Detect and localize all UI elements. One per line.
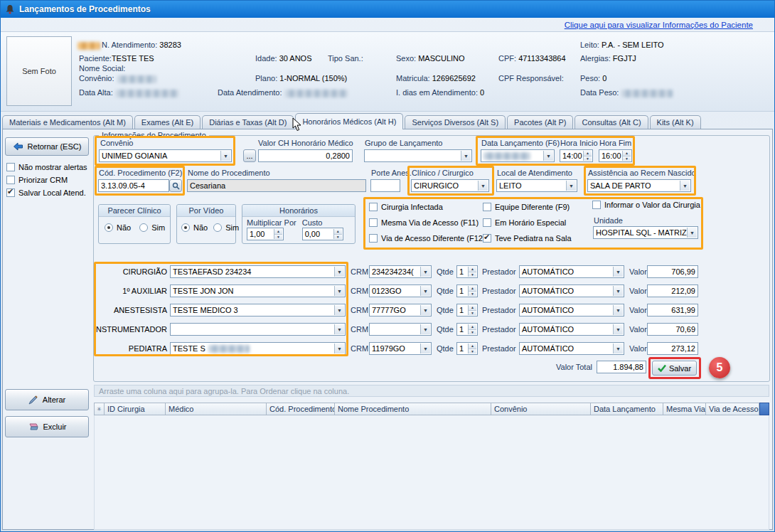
chevron-down-icon[interactable]: ▼: [420, 305, 430, 315]
qtde-spinner[interactable]: 1▲▼: [456, 284, 478, 297]
prestador-combo[interactable]: AUTOMÁTICO▼: [519, 284, 624, 297]
qtde-spinner[interactable]: 1▲▼: [456, 304, 478, 316]
checkbox-priorizar-crm[interactable]: Priorizar CRM: [6, 176, 68, 184]
chevron-down-icon[interactable]: ▼: [420, 324, 430, 334]
chevron-down-icon[interactable]: ▼: [420, 267, 430, 277]
tab-exames[interactable]: Exames (Alt E): [134, 115, 201, 129]
checkbox-horario-especial[interactable]: Em Horário Especial: [483, 218, 566, 227]
qtde-spinner[interactable]: 1▲▼: [456, 323, 478, 336]
chevron-down-icon[interactable]: ▼: [680, 181, 690, 191]
column-medico[interactable]: Médico: [166, 403, 267, 415]
grupo-lancamento-combo[interactable]: ▼: [364, 149, 472, 162]
chevron-down-icon[interactable]: ▼: [220, 151, 230, 161]
tab-pacotes[interactable]: Pacotes (Alt P): [507, 115, 573, 129]
grid-scroll-corner[interactable]: [759, 403, 769, 415]
prestador-combo[interactable]: AUTOMÁTICO▼: [519, 323, 624, 336]
tab-kits[interactable]: Kits (Alt K): [650, 115, 701, 129]
crm-combo[interactable]: 11979GO▼: [369, 342, 432, 355]
column-cod-procedimento[interactable]: Cód. Procedimento: [267, 403, 335, 415]
checkbox-salvar-local-atend[interactable]: Salvar Local Atend.: [6, 188, 86, 197]
valor-input[interactable]: 212,09: [647, 284, 698, 297]
cod-procedimento-input[interactable]: 3.13.09.05-4: [98, 179, 169, 192]
checkbox-via-diferente[interactable]: Via de Acesso Diferente (F12): [369, 234, 486, 243]
tab-honorarios[interactable]: Honorários Médicos (Alt H): [295, 113, 403, 129]
spinner-arrows-icon[interactable]: ▲▼: [468, 286, 476, 296]
chevron-down-icon[interactable]: ▼: [613, 286, 623, 296]
checkbox-informar-valor[interactable]: Informar o Valor da Cirurgia: [592, 201, 700, 209]
chevron-down-icon[interactable]: ▼: [613, 324, 623, 334]
chevron-down-icon[interactable]: ▼: [334, 344, 344, 353]
checkbox-nao-mostrar-alertas[interactable]: Não mostrar alertas: [6, 163, 87, 171]
valor-input[interactable]: 70,69: [647, 323, 698, 336]
qtde-spinner[interactable]: 1▲▼: [456, 342, 478, 355]
valor-input[interactable]: 273,12: [647, 342, 698, 355]
crm-combo[interactable]: 0123GO▼: [369, 284, 432, 297]
valor-input[interactable]: 706,99: [647, 265, 698, 278]
chevron-down-icon[interactable]: ▼: [461, 151, 471, 161]
chevron-down-icon[interactable]: ▼: [334, 286, 344, 296]
chevron-down-icon[interactable]: ▼: [613, 267, 623, 277]
spinner-arrows-icon[interactable]: ▲▼: [274, 229, 282, 239]
checkbox-teve-pediatra[interactable]: Teve Pediatra na Sala: [483, 234, 572, 243]
data-lancamento-combo[interactable]: ▼: [481, 149, 555, 162]
alterar-button[interactable]: Alterar: [5, 389, 89, 410]
chevron-down-icon[interactable]: ▼: [334, 305, 344, 315]
tab-consultas[interactable]: Consultas (Alt C): [574, 115, 648, 129]
chevron-down-icon[interactable]: ▼: [420, 344, 430, 353]
salvar-button[interactable]: Salvar: [652, 361, 697, 376]
valor-input[interactable]: 631,99: [647, 304, 698, 316]
retornar-button[interactable]: Retornar (ESC): [5, 137, 89, 156]
checkbox-mesma-via[interactable]: Mesma Via de Acesso (F11): [369, 218, 479, 227]
prestador-combo[interactable]: AUTOMÁTICO▼: [519, 342, 624, 355]
chevron-down-icon[interactable]: ▼: [543, 151, 553, 161]
cod-procedimento-search-button[interactable]: [169, 179, 182, 192]
medico-combo[interactable]: TESTAEFASD 234234▼: [170, 265, 346, 278]
chevron-down-icon[interactable]: ▼: [334, 267, 344, 277]
radio-video-sim[interactable]: Sim: [213, 223, 239, 232]
spinner-arrows-icon[interactable]: ▲▼: [622, 151, 631, 161]
chevron-down-icon[interactable]: ▼: [687, 228, 697, 238]
checkbox-cirurgia-infectada[interactable]: Cirurgia Infectada: [369, 203, 443, 211]
radio-video-nao[interactable]: Não: [181, 223, 208, 232]
chevron-down-icon[interactable]: ▼: [566, 181, 576, 191]
spinner-arrows-icon[interactable]: ▲▼: [333, 229, 342, 239]
column-id-cirurgia[interactable]: ID Cirurgia: [105, 403, 166, 415]
patient-info-link[interactable]: Clique aqui para visualizar Informações …: [565, 21, 753, 29]
crm-combo[interactable]: ▼: [369, 323, 432, 336]
spinner-arrows-icon[interactable]: ▲▼: [468, 344, 476, 353]
chevron-down-icon[interactable]: ▼: [420, 286, 430, 296]
hora-fim-spinner[interactable]: 16:00 ▲▼: [599, 149, 632, 162]
column-nome-procedimento[interactable]: Nome Procedimento: [335, 403, 491, 415]
checkbox-equipe-diferente[interactable]: Equipe Diferente (F9): [483, 203, 570, 211]
prestador-combo[interactable]: AUTOMÁTICO▼: [519, 265, 624, 278]
spinner-arrows-icon[interactable]: ▲▼: [468, 267, 476, 277]
custo-spinner[interactable]: 0,00 ▲▼: [302, 228, 343, 240]
multiplicar-spinner[interactable]: 1,00 ▲▼: [247, 228, 284, 240]
valor-ch-input[interactable]: 0,2800: [258, 149, 353, 162]
tab-materiais[interactable]: Materiais e Medicamentos (Alt M): [2, 115, 133, 129]
chevron-down-icon[interactable]: ▼: [613, 305, 623, 315]
spinner-arrows-icon[interactable]: ▲▼: [468, 305, 476, 315]
prestador-combo[interactable]: AUTOMÁTICO▼: [519, 304, 624, 316]
unidade-combo[interactable]: HOSPITAL SQL - MATRIZ▼: [593, 226, 698, 239]
local-atendimento-combo[interactable]: LEITO▼: [496, 179, 577, 192]
porte-anes-input[interactable]: [370, 179, 400, 192]
spinner-arrows-icon[interactable]: ▲▼: [583, 151, 592, 161]
crm-combo[interactable]: 234234234(▼: [369, 265, 432, 278]
medico-combo[interactable]: ▼: [170, 323, 346, 336]
hora-inicio-spinner[interactable]: 14:00 ▲▼: [560, 149, 593, 162]
spinner-arrows-icon[interactable]: ▲▼: [468, 324, 476, 334]
column-mesma-via[interactable]: Mesma Via (: [663, 403, 706, 415]
crm-combo[interactable]: 77777GO▼: [369, 304, 432, 316]
chevron-down-icon[interactable]: ▼: [478, 181, 488, 191]
tab-diarias[interactable]: Diárias e Taxas (Alt D): [202, 115, 294, 129]
qtde-spinner[interactable]: 1▲▼: [456, 265, 478, 278]
column-convenio[interactable]: Convênio: [491, 403, 591, 415]
medico-combo[interactable]: TESTE S▼: [170, 342, 346, 355]
chevron-down-icon[interactable]: ▼: [334, 324, 344, 334]
medico-combo[interactable]: TESTE JON JON▼: [170, 284, 346, 297]
convenio-combo[interactable]: UNIMED GOIANIA▼: [99, 149, 232, 162]
radio-parecer-sim[interactable]: Sim: [139, 223, 165, 232]
chevron-down-icon[interactable]: ▼: [613, 344, 623, 353]
radio-parecer-nao[interactable]: Não: [105, 223, 131, 232]
